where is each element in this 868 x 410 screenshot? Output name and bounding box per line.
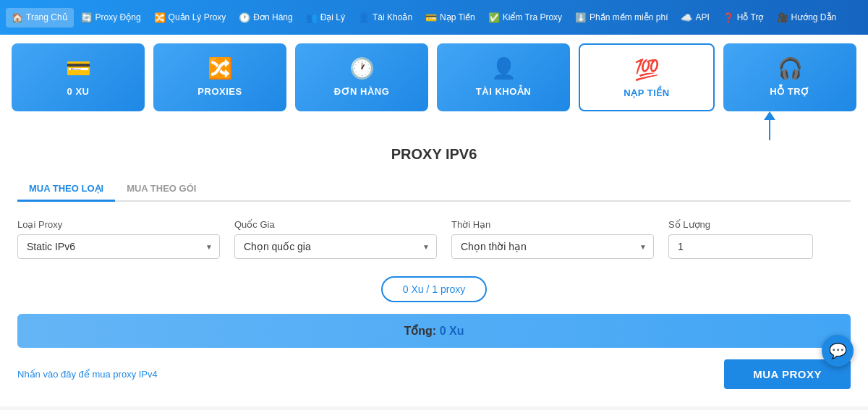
orders-icon: 🕐	[239, 12, 250, 23]
support-tile-icon: 🎧	[778, 56, 803, 80]
tong-bar: Tổng: 0 Xu	[17, 314, 851, 348]
quoc-gia-label: Quốc Gia	[234, 219, 437, 230]
nav-proxy-dong[interactable]: 🔄 Proxy Động	[75, 8, 147, 27]
deposit-icon: 💳	[425, 12, 437, 23]
so-luong-label: Số Lượng	[668, 219, 813, 230]
tile-ho-tro[interactable]: 🎧 HỖ TRỢ	[723, 43, 856, 111]
loai-proxy-select-wrapper: Static IPv6 Dynamic IPv6	[17, 234, 220, 259]
dashboard-tiles: 💳 0 XU 🔀 PROXIES 🕐 ĐƠN HÀNG 👤 TÀI KHOẢN …	[0, 35, 868, 111]
tong-label: Tổng:	[404, 325, 437, 337]
thoi-han-label: Thời Hạn	[451, 219, 654, 230]
tile-xu[interactable]: 💳 0 XU	[12, 43, 145, 111]
tab-mua-theo-loai[interactable]: MUA THEO LOẠI	[17, 177, 115, 202]
thoi-han-group: Thời Hạn Chọn thời hạn	[451, 219, 654, 259]
arrow-line	[769, 120, 770, 140]
tile-proxies[interactable]: 🔀 PROXIES	[153, 43, 286, 111]
quoc-gia-group: Quốc Gia Chọn quốc gia	[234, 219, 437, 259]
tab-bar: MUA THEO LOẠI MUA THEO GÓI	[17, 177, 851, 202]
nav-huong-dan[interactable]: 🎥 Hướng Dẫn	[771, 8, 843, 27]
tile-tai-khoan[interactable]: 👤 TÀI KHOẢN	[437, 43, 570, 111]
tong-value: 0 Xu	[440, 325, 464, 337]
orders-tile-icon: 🕐	[349, 56, 375, 80]
agents-icon: 👥	[306, 12, 318, 23]
software-icon: ⬇️	[575, 12, 587, 23]
nav-tai-khoan[interactable]: 👤 Tài Khoản	[352, 8, 418, 27]
nav-dai-ly[interactable]: 👥 Đại Lý	[300, 8, 351, 27]
tab-mua-theo-goi[interactable]: MUA THEO GÓI	[115, 177, 208, 202]
nav-phan-mem[interactable]: ⬇️ Phần mềm miễn phí	[569, 8, 673, 27]
nav-api[interactable]: ☁️ API	[675, 8, 715, 27]
so-luong-input[interactable]	[668, 234, 813, 259]
arrow-area	[17, 111, 851, 140]
arrow-indicator	[764, 111, 775, 140]
thoi-han-select-wrapper: Chọn thời hạn	[451, 234, 654, 259]
thoi-han-select[interactable]: Chọn thời hạn	[451, 234, 654, 259]
tile-don-hang[interactable]: 🕐 ĐƠN HÀNG	[295, 43, 428, 111]
loai-proxy-group: Loại Proxy Static IPv6 Dynamic IPv6	[17, 219, 220, 259]
loai-proxy-select[interactable]: Static IPv6 Dynamic IPv6	[17, 234, 220, 259]
wallet-icon: 💳	[66, 56, 91, 80]
check-proxy-icon: ✅	[488, 12, 500, 23]
proxies-tile-icon: 🔀	[208, 56, 233, 80]
account-icon: 👤	[358, 12, 370, 23]
nav-nap-tien[interactable]: 💳 Nạp Tiền	[420, 8, 481, 27]
arrow-head	[764, 111, 775, 120]
form-row: Loại Proxy Static IPv6 Dynamic IPv6 Quốc…	[17, 219, 851, 259]
quoc-gia-select[interactable]: Chọn quốc gia	[234, 234, 437, 259]
chat-icon: 💬	[829, 342, 847, 359]
price-area: 0 Xu / 1 proxy	[17, 276, 851, 302]
manage-proxy-icon: 🔀	[154, 12, 166, 23]
bottom-row: Nhấn vào đây để mua proxy IPv4 MUA PROXY	[17, 359, 851, 389]
nav-quan-ly-proxy[interactable]: 🔀 Quản Lý Proxy	[148, 8, 232, 27]
account-tile-icon: 👤	[491, 56, 516, 80]
price-button[interactable]: 0 Xu / 1 proxy	[381, 276, 487, 302]
quoc-gia-select-wrapper: Chọn quốc gia	[234, 234, 437, 259]
page-title: PROXY IPV6	[17, 146, 851, 163]
tile-nap-tien[interactable]: 💯 NẠP TIỀN	[579, 43, 715, 111]
ipv4-link[interactable]: Nhấn vào đây để mua proxy IPv4	[17, 369, 158, 380]
home-icon: 🏠	[12, 12, 23, 23]
navbar: 🏠 Trang Chủ 🔄 Proxy Động 🔀 Quản Lý Proxy…	[0, 0, 868, 35]
api-icon: ☁️	[681, 12, 692, 23]
nav-kiem-tra-proxy[interactable]: ✅ Kiểm Tra Proxy	[482, 8, 568, 27]
guide-icon: 🎥	[777, 12, 788, 23]
main-content: PROXY IPV6 MUA THEO LOẠI MUA THEO GÓI Lo…	[0, 111, 868, 406]
deposit-tile-icon: 💯	[634, 58, 660, 82]
refresh-icon: 🔄	[81, 12, 93, 23]
loai-proxy-label: Loại Proxy	[17, 219, 220, 230]
so-luong-group: Số Lượng	[668, 219, 813, 259]
nav-don-hang[interactable]: 🕐 Đơn Hàng	[233, 8, 298, 27]
nav-trang-chu[interactable]: 🏠 Trang Chủ	[6, 8, 74, 27]
support-icon: ❓	[723, 12, 734, 23]
chat-button[interactable]: 💬	[822, 335, 854, 367]
nav-ho-tro[interactable]: ❓ Hỗ Trợ	[717, 8, 770, 27]
